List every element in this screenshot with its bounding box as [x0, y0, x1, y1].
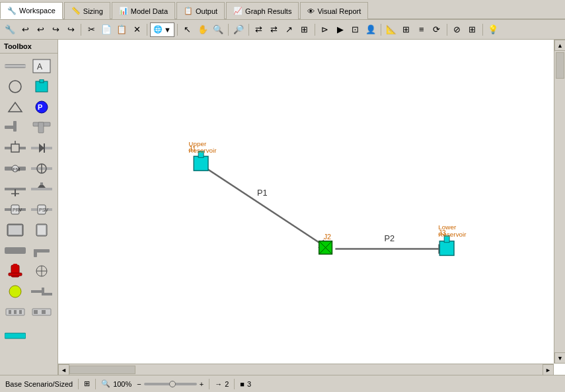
square-icon: ■: [240, 380, 245, 388]
find-button[interactable]: 🔎: [231, 22, 246, 37]
scroll-down-arrow[interactable]: ▼: [554, 352, 565, 364]
tab-sizing[interactable]: 📏 Sizing: [64, 2, 110, 19]
scroll-up-arrow[interactable]: ▲: [554, 40, 565, 51]
scroll-right-arrow[interactable]: ►: [543, 364, 554, 375]
svg-rect-45: [34, 249, 37, 257]
tool-text[interactable]: A: [30, 57, 54, 75]
tool-tankbig[interactable]: [3, 221, 27, 239]
value3: 3: [247, 380, 251, 388]
flow-button[interactable]: ⊳: [318, 22, 332, 37]
zoom-slider[interactable]: [144, 383, 197, 385]
tool-firehydrant[interactable]: [3, 262, 27, 280]
zoom-minus-icon[interactable]: −: [137, 380, 141, 388]
redo-button[interactable]: ↪: [48, 22, 63, 37]
tool-tee[interactable]: [30, 118, 54, 137]
undo2-button[interactable]: ↩: [33, 22, 48, 37]
tool-tray[interactable]: [3, 323, 27, 342]
table-button[interactable]: ⊞: [297, 22, 312, 37]
scrollbar-vertical[interactable]: ▲ ▼: [554, 40, 565, 364]
ruler-button[interactable]: 📐: [384, 22, 398, 37]
svg-rect-48: [13, 264, 17, 266]
zoom-thumb[interactable]: [169, 381, 176, 387]
tool-pump[interactable]: P: [30, 98, 54, 116]
svg-rect-58: [14, 310, 17, 314]
stop-button[interactable]: ⊡: [348, 22, 363, 37]
fit-button[interactable]: ⊞: [84, 379, 90, 388]
tool-flowsplit[interactable]: [30, 282, 54, 301]
scrollbar-horizontal[interactable]: ◄ ►: [58, 364, 554, 375]
tool-pressreducing[interactable]: PRV: [3, 200, 27, 219]
svg-rect-63: [5, 333, 26, 338]
copy-button[interactable]: 📄: [99, 22, 114, 37]
tool-airvalve[interactable]: [30, 180, 54, 198]
zoom-slider-container[interactable]: − +: [137, 380, 204, 388]
svg-rect-68: [194, 156, 208, 171]
tool-butterfly[interactable]: [30, 159, 54, 178]
svg-text:P: P: [38, 103, 42, 111]
toolbox: Toolbox A P: [0, 40, 58, 375]
circle-button[interactable]: ⊘: [450, 22, 465, 37]
undo-button[interactable]: ↩: [18, 22, 32, 37]
status-value3: ■ 3: [240, 380, 251, 388]
sep1: [81, 24, 81, 36]
size-button[interactable]: ⊞: [399, 22, 414, 37]
tool-demand[interactable]: [3, 98, 27, 116]
tool-junction[interactable]: [3, 77, 27, 96]
tab-graph-results[interactable]: 📈 Graph Results: [226, 2, 299, 19]
svg-point-4: [9, 81, 21, 93]
tool-checkvalve[interactable]: [30, 139, 54, 157]
cut-button[interactable]: ✂: [84, 22, 98, 37]
connect-button[interactable]: ⇄: [252, 22, 266, 37]
svg-marker-16: [11, 144, 19, 152]
light-button[interactable]: 💡: [486, 22, 500, 37]
main-layout: Toolbox A P: [0, 40, 565, 375]
tool-elbow2[interactable]: [30, 241, 54, 260]
sep2: [147, 24, 147, 36]
tool-sprinkler[interactable]: [3, 180, 27, 198]
diagram-svg: P1 P2 J1 Upper Reservoir J2 J3 Lower Res…: [58, 40, 554, 364]
svg-rect-47: [9, 273, 22, 276]
new-button[interactable]: 🔧: [3, 22, 17, 37]
tool-pipe2[interactable]: [3, 241, 27, 260]
tab-workspace[interactable]: 🔧 Workspace: [0, 2, 63, 19]
tool-sprinkler2[interactable]: [30, 262, 54, 280]
tool-elbow[interactable]: [3, 118, 27, 137]
user-button[interactable]: 👤: [363, 22, 378, 37]
tool-pipe[interactable]: [3, 57, 27, 75]
svg-rect-77: [439, 241, 454, 256]
graph-btn[interactable]: ≡: [414, 22, 429, 37]
zoom-percent: 100%: [113, 380, 132, 388]
tool-presssustaining[interactable]: PSV: [30, 200, 54, 219]
tab-model-data[interactable]: 📊 Model Data: [112, 2, 175, 19]
zoom-out-icon[interactable]: 🔍: [101, 379, 110, 388]
svg-rect-14: [5, 147, 11, 149]
tool-flowmeter[interactable]: FM: [3, 159, 27, 178]
grid-button[interactable]: ⊞: [465, 22, 480, 37]
tab-visual-report[interactable]: 👁 Visual Report: [300, 2, 368, 19]
pan-button[interactable]: ✋: [196, 22, 210, 37]
tool-valve[interactable]: [3, 139, 27, 157]
tab-output[interactable]: 📋 Output: [176, 2, 225, 19]
select-button[interactable]: ↖: [180, 22, 195, 37]
tool-tanksmall[interactable]: [30, 221, 54, 239]
zoom-plus-icon[interactable]: +: [200, 380, 204, 388]
svg-rect-62: [42, 310, 46, 314]
run-button[interactable]: ▶: [333, 22, 348, 37]
tool-reservoir[interactable]: [30, 77, 54, 96]
tool-tank2[interactable]: [3, 282, 27, 301]
disconnect-button[interactable]: ⇄: [267, 22, 282, 37]
tool-chip2[interactable]: [30, 303, 54, 321]
paste-button[interactable]: 📋: [114, 22, 129, 37]
svg-rect-59: [19, 310, 22, 314]
delete-button[interactable]: ✕: [130, 22, 144, 37]
arrow-button[interactable]: ↗: [282, 22, 297, 37]
value2: 2: [225, 380, 229, 388]
scroll-left-arrow[interactable]: ◄: [58, 364, 69, 375]
zoom-in-button[interactable]: 🔍: [211, 22, 225, 37]
svg-marker-19: [39, 143, 44, 153]
tool-chip1[interactable]: [3, 303, 27, 321]
rotate-button[interactable]: ⟳: [430, 22, 444, 37]
zoom-dropdown[interactable]: 🌐 ▼: [150, 22, 174, 37]
redo2-button[interactable]: ↪: [63, 22, 78, 37]
svg-rect-13: [38, 122, 44, 133]
